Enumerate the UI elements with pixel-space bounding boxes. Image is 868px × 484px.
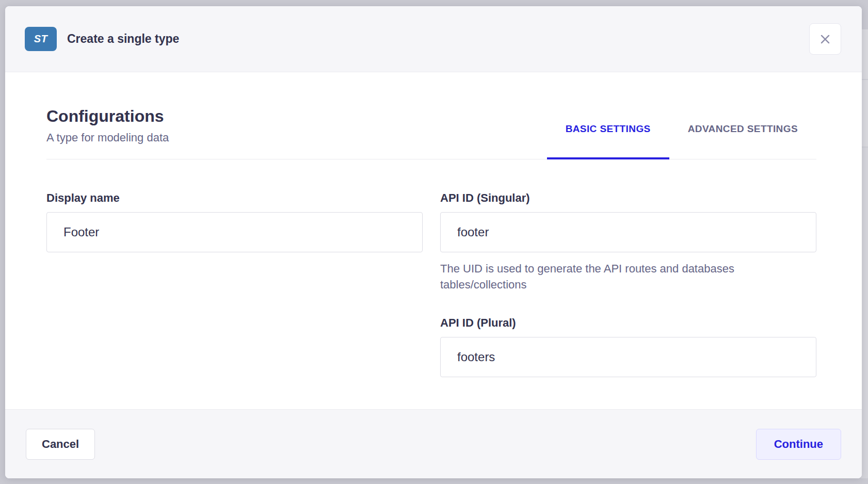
modal-footer: Cancel Continue bbox=[5, 409, 862, 478]
create-single-type-modal: ST Create a single type Configurations A… bbox=[5, 6, 862, 478]
configurations-titles: Configurations A type for modeling data bbox=[46, 106, 169, 159]
close-button[interactable] bbox=[809, 23, 841, 55]
api-id-singular-input[interactable] bbox=[440, 212, 816, 252]
modal-title: Create a single type bbox=[67, 32, 179, 46]
modal-body: Configurations A type for modeling data … bbox=[5, 72, 862, 409]
cancel-button[interactable]: Cancel bbox=[26, 429, 95, 460]
section-heading: Configurations bbox=[46, 106, 169, 126]
display-name-field: Display name bbox=[46, 191, 423, 377]
modal-header: ST Create a single type bbox=[5, 6, 862, 72]
display-name-input[interactable] bbox=[46, 212, 423, 252]
api-id-singular-label: API ID (Singular) bbox=[440, 191, 816, 205]
section-subheading: A type for modeling data bbox=[46, 131, 169, 144]
continue-button[interactable]: Continue bbox=[756, 429, 841, 460]
background-page-edge bbox=[861, 29, 868, 478]
tab-advanced-settings[interactable]: ADVANCED SETTINGS bbox=[669, 123, 816, 159]
api-id-plural-label: API ID (Plural) bbox=[440, 316, 816, 330]
single-type-badge-icon: ST bbox=[25, 27, 57, 51]
settings-tabs: BASIC SETTINGS ADVANCED SETTINGS bbox=[547, 123, 816, 159]
screen-backdrop: ST Create a single type Configurations A… bbox=[0, 0, 868, 484]
tab-basic-settings[interactable]: BASIC SETTINGS bbox=[547, 123, 669, 159]
configurations-header: Configurations A type for modeling data … bbox=[46, 106, 816, 159]
api-id-fields: API ID (Singular) The UID is used to gen… bbox=[440, 191, 816, 377]
configurations-form: Display name API ID (Singular) The UID i… bbox=[46, 191, 816, 377]
api-id-plural-input[interactable] bbox=[440, 337, 816, 377]
api-id-helper-text: The UID is used to generate the API rout… bbox=[440, 261, 791, 293]
single-type-badge-label: ST bbox=[34, 33, 48, 45]
display-name-label: Display name bbox=[46, 191, 423, 205]
close-icon bbox=[818, 33, 832, 46]
